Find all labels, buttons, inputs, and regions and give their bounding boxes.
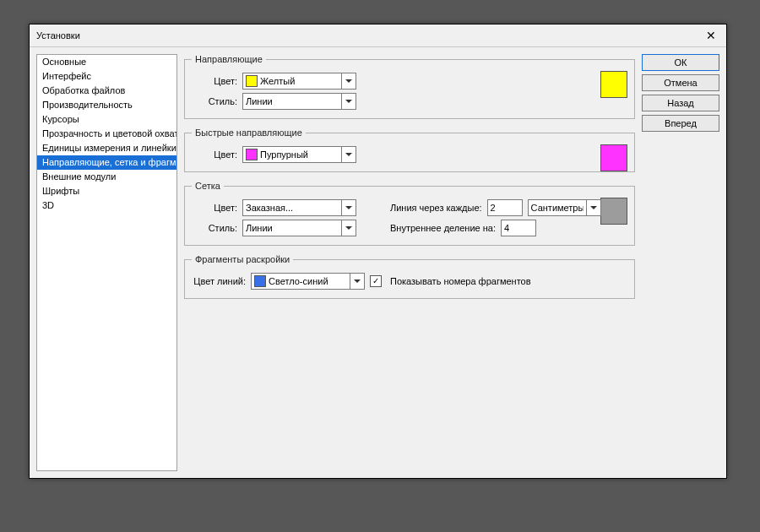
guides-preview-swatch[interactable] xyxy=(600,71,627,98)
sidebar: ОсновныеИнтерфейсОбработка файловПроизво… xyxy=(36,54,177,471)
guides-style-value: Линии xyxy=(246,96,339,106)
chevron-down-icon xyxy=(341,220,356,236)
group-smart-guides: Быстрые направляющие Цвет: Пурпурный xyxy=(184,128,635,172)
chevron-down-icon xyxy=(586,200,600,215)
grid-subdiv-value[interactable]: 4 xyxy=(501,220,536,236)
window-title: Установки xyxy=(36,30,703,41)
main-area: Направляющие Цвет: Желтый Стиль: Л xyxy=(184,54,719,471)
grid-style-combo[interactable]: Линии xyxy=(242,220,356,236)
chevron-down-icon xyxy=(350,274,364,289)
slices-line-color-swatch xyxy=(254,275,266,287)
sidebar-item[interactable]: Прозрачность и цветовой охват xyxy=(37,127,176,141)
grid-color-label: Цвет: xyxy=(192,203,237,213)
group-grid-legend: Сетка xyxy=(192,181,224,191)
smart-guides-color-value: Пурпурный xyxy=(260,149,339,160)
grid-preview-swatch[interactable] xyxy=(600,198,627,225)
ok-button[interactable]: ОК xyxy=(642,54,719,71)
preferences-dialog: Установки ✕ ОсновныеИнтерфейсОбработка ф… xyxy=(29,24,727,479)
guides-color-swatch xyxy=(246,75,258,87)
group-grid: Сетка Цвет: Заказная... Линия через кажд… xyxy=(184,181,635,246)
chevron-down-icon xyxy=(341,200,356,215)
forward-button[interactable]: Вперед xyxy=(642,115,719,132)
sidebar-item[interactable]: Обработка файлов xyxy=(37,84,176,98)
grid-gridline-label: Линия через каждые: xyxy=(390,203,482,213)
slices-show-numbers-checkbox[interactable] xyxy=(370,275,382,287)
grid-gridline-unit: Сантиметры xyxy=(531,203,584,213)
grid-gridline-unit-combo[interactable]: Сантиметры xyxy=(528,199,601,216)
chevron-down-icon xyxy=(341,94,356,109)
form-column: Направляющие Цвет: Желтый Стиль: Л xyxy=(184,54,635,471)
smart-guides-color-label: Цвет: xyxy=(192,149,237,160)
sidebar-item[interactable]: Единицы измерения и линейки xyxy=(37,141,176,155)
sidebar-item[interactable]: Производительность xyxy=(37,98,176,112)
guides-color-combo[interactable]: Желтый xyxy=(242,73,356,90)
chevron-down-icon xyxy=(341,73,356,89)
dialog-body: ОсновныеИнтерфейсОбработка файловПроизво… xyxy=(30,47,726,478)
group-smart-guides-legend: Быстрые направляющие xyxy=(192,128,306,138)
group-guides-legend: Направляющие xyxy=(192,54,266,64)
titlebar: Установки ✕ xyxy=(30,24,726,47)
smart-guides-color-combo[interactable]: Пурпурный xyxy=(242,146,356,163)
sidebar-item[interactable]: Шрифты xyxy=(37,184,176,198)
group-slices: Фрагменты раскройки Цвет линий: Светло-с… xyxy=(184,254,635,299)
slices-line-color-combo[interactable]: Светло-синий xyxy=(251,273,365,290)
chevron-down-icon xyxy=(341,147,356,162)
guides-style-label: Стиль: xyxy=(192,96,237,106)
back-button[interactable]: Назад xyxy=(642,95,719,111)
grid-color-value: Заказная... xyxy=(246,203,339,213)
sidebar-item[interactable]: Курсоры xyxy=(37,112,176,127)
smart-guides-preview-swatch[interactable] xyxy=(600,144,627,171)
slices-line-color-value: Светло-синий xyxy=(269,276,347,286)
sidebar-item[interactable]: 3D xyxy=(37,198,176,213)
slices-show-numbers-label: Показывать номера фрагментов xyxy=(390,276,531,286)
button-column: ОК Отмена Назад Вперед xyxy=(642,54,719,471)
grid-color-combo[interactable]: Заказная... xyxy=(242,199,356,216)
sidebar-item[interactable]: Интерфейс xyxy=(37,69,176,84)
cancel-button[interactable]: Отмена xyxy=(642,74,719,91)
grid-style-label: Стиль: xyxy=(192,223,237,233)
sidebar-item[interactable]: Основные xyxy=(37,55,176,69)
sidebar-item[interactable]: Внешние модули xyxy=(37,170,176,184)
group-slices-legend: Фрагменты раскройки xyxy=(192,254,293,264)
guides-color-label: Цвет: xyxy=(192,76,237,86)
guides-style-combo[interactable]: Линии xyxy=(242,93,356,110)
slices-line-color-label: Цвет линий: xyxy=(192,276,246,286)
grid-gridline-value[interactable]: 2 xyxy=(487,199,523,216)
guides-color-value: Желтый xyxy=(260,76,339,86)
smart-guides-color-swatch xyxy=(246,149,258,160)
close-icon[interactable]: ✕ xyxy=(703,27,719,44)
group-guides: Направляющие Цвет: Желтый Стиль: Л xyxy=(184,54,635,119)
grid-style-value: Линии xyxy=(246,223,339,233)
sidebar-item[interactable]: Направляющие, сетка и фрагменты xyxy=(37,155,176,170)
grid-subdiv-label: Внутреннее деление на: xyxy=(390,223,496,233)
